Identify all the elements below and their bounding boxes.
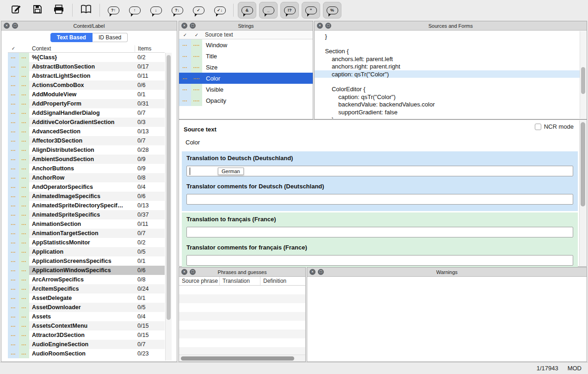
context-row[interactable]: ••• ••• ApplicationScreensSpecifics 0/1 [8,256,165,266]
string-row[interactable]: ••• •••• Color [179,73,313,84]
context-name: AnimationSection [29,221,135,227]
obsolete-marker: ••• [8,173,19,182]
context-panel-title: Context/Label [1,23,177,29]
copy-from-source-button[interactable]: ✓↓ [210,2,229,19]
close-panel-icon[interactable]: × [317,23,323,29]
context-row[interactable]: ••• ••• AmbientSoundSection 0/9 [8,155,165,164]
context-column-header[interactable]: Context [29,45,135,52]
context-row[interactable]: ••• ••• Affector3DSection 0/7 [8,136,165,145]
context-row[interactable]: ••• ••• ActionsComboBox 0/6 [8,81,165,90]
tab-text-based[interactable]: Text Based [50,33,93,42]
context-row[interactable]: ••• ••• AnimationTargetSection 0/7 [8,229,165,238]
context-row[interactable]: ••• ••• AudioRoomSection 0/23 [8,349,165,358]
context-name: AnimatedImageSpecifics [29,193,135,199]
sources-scrollbar-thumb[interactable] [581,67,585,94]
string-row[interactable]: ••• •••• Size [179,62,313,73]
sources-scrollbar[interactable] [580,31,586,118]
context-row[interactable]: ••• ••• Attractor3DSection 0/15 [8,330,165,340]
editor-scrollbar[interactable] [579,120,586,266]
toggle-phrase-matches-button[interactable]: ” [302,2,320,19]
context-row[interactable]: ••• ••• AppStatisticsMonitor 0/2 [8,238,165,247]
prev-unfinished-button[interactable]: ?↑ [104,2,123,19]
source-text: Size [202,64,313,71]
place-markers-icon: % [327,6,338,14]
string-row[interactable]: ••• •••• Opacity [179,95,313,106]
float-panel-icon[interactable]: □ [190,269,196,275]
context-row[interactable]: ••• ••• AnimationSection 0/11 [8,219,165,229]
tab-id-based[interactable]: ID Based [93,33,128,42]
prev-unfinished-icon: ?↑ [108,6,119,14]
editor-scrollbar-thumb[interactable] [581,122,585,206]
context-row[interactable]: ••• ••• ArcArrowSpecifics 0/8 [8,275,165,284]
context-items-count: 0/6 [135,82,165,88]
context-row[interactable]: ••• ••• AdditiveColorGradientSection 0/3 [8,118,165,127]
float-panel-icon[interactable]: □ [12,23,18,29]
float-panel-icon[interactable]: □ [325,23,331,29]
next-button[interactable]: ↓ [147,2,165,19]
context-row[interactable]: ••• ••• Application 0/5 [8,247,165,256]
definition-column-header[interactable]: Definition [260,277,305,285]
context-row[interactable]: ••• ••• Assets 0/4 [8,312,165,321]
print-button[interactable] [50,2,68,19]
context-row[interactable]: ••• ••• AlignDistributeSection 0/28 [8,145,165,155]
context-row[interactable]: ••• ••• AbstractButtonSection 0/17 [8,62,165,71]
string-row[interactable]: ••• •••• Window [179,39,313,50]
copy-from-source-icon: ✓↓ [214,6,226,14]
code-line: caption: qsTr("Color") [315,70,580,78]
phrase-book-button[interactable] [77,2,95,19]
done-and-next-button[interactable]: ✓ [189,2,208,19]
source-phrase-column-header[interactable]: Source phrase [179,277,220,285]
context-row[interactable]: ••• ••• AbstractLightSection 0/11 [8,71,165,81]
ncr-mode-control[interactable]: NCR mode [535,123,574,130]
toggle-accelerators-button[interactable]: & [238,2,256,19]
translation-column-header[interactable]: Translation [220,277,260,285]
context-row[interactable]: ••• ••• AnimatedImageSpecifics 0/6 [8,192,165,201]
toggle-whitespace-button[interactable]: _ [259,2,278,19]
context-name: AppStatisticsMonitor [29,239,135,246]
string-row[interactable]: ••• •••• Visible [179,84,313,95]
items-column-header[interactable]: Items [135,45,165,52]
context-row[interactable]: ••• ••• AnchorButtons 0/9 [8,164,165,173]
ncr-mode-checkbox[interactable] [535,124,541,130]
context-row[interactable]: ••• ••• AssetDelegate 0/1 [8,293,165,303]
next-unfinished-button[interactable]: ?↓ [168,2,186,19]
float-panel-icon[interactable]: □ [190,23,196,29]
context-row[interactable]: ••• ••• AdvancedSection 0/13 [8,127,165,136]
context-row[interactable]: ••• ••• AddPropertyForm 0/31 [8,99,165,108]
context-row[interactable]: ••• ••• %{Class} 0/2 [8,53,165,62]
context-row[interactable]: ••• ••• AddModuleView 0/1 [8,90,165,99]
context-scrollbar[interactable] [165,53,172,361]
context-row[interactable]: ••• ••• AnchorRow 0/8 [8,173,165,182]
string-row[interactable]: ••• •••• Title [179,50,313,62]
source-text-column-header[interactable]: Source text [202,31,233,38]
context-row[interactable]: ••• ••• ArcItemSpecifics 0/24 [8,284,165,293]
context-row[interactable]: ••• ••• AssetsContextMenu 0/15 [8,321,165,330]
context-row[interactable]: ••• ••• AndOperatorSpecifics 0/4 [8,182,165,192]
close-panel-icon[interactable]: × [181,269,187,275]
open-button[interactable] [7,2,25,19]
context-row[interactable]: ••• ••• AnimatedSpriteDirectorySpecif… 0… [8,201,165,210]
status-bar: 1/17943 MOD [0,362,588,374]
phrases-scrollbar-thumb[interactable] [181,356,294,361]
phrases-horizontal-scrollbar[interactable] [179,355,305,362]
context-row[interactable]: ••• ••• ApplicationWindowSpecifics 0/6 [8,266,165,275]
close-panel-icon[interactable]: × [309,269,316,275]
prev-button[interactable]: ↑ [125,2,144,19]
french-translation-input[interactable] [186,227,573,237]
context-row[interactable]: ••• ••• AnimatedSpriteSpecifics 0/37 [8,210,165,219]
status-marker: ••• [19,275,29,284]
context-row[interactable]: ••• ••• AddSignalHandlerDialog 0/7 [8,108,165,118]
german-comments-input[interactable] [186,194,573,205]
save-button[interactable] [28,2,47,19]
float-panel-icon[interactable]: □ [318,269,324,275]
close-panel-icon[interactable]: × [4,23,10,29]
french-comments-input[interactable] [186,255,573,266]
save-icon [32,4,43,17]
toggle-ending-punctuation-button[interactable]: !? [280,2,299,19]
close-panel-icon[interactable]: × [181,23,187,29]
context-row[interactable]: ••• ••• AssetDownloader 0/5 [8,303,165,312]
german-translation-input[interactable] [186,166,573,176]
context-row[interactable]: ••• ••• AudioEngineSection 0/7 [8,340,165,349]
context-scrollbar-thumb[interactable] [167,55,171,320]
toggle-place-markers-button[interactable]: % [323,2,341,19]
